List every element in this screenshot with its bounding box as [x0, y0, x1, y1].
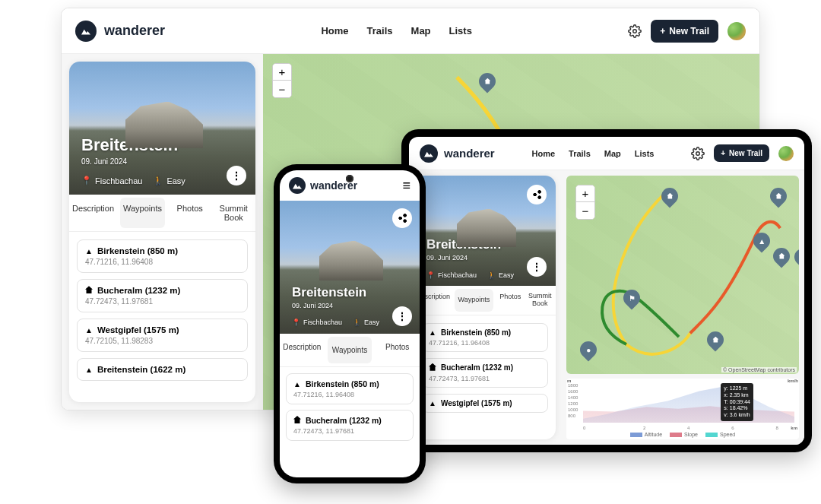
share-button[interactable] — [392, 208, 412, 228]
tablet-screen: wanderer Home Trails Map Lists + New Tra… — [409, 137, 804, 445]
waypoint-item[interactable]: Bucheralm (1232 m) 47.72473, 11.97681 — [286, 410, 414, 441]
chart-xtick: 6 — [731, 426, 734, 430]
waypoint-item[interactable]: Birkenstein (850 m) 47.71216, 11.96408 — [422, 323, 548, 352]
nav-trails[interactable]: Trails — [367, 25, 393, 36]
tab-waypoints[interactable]: Waypoints — [455, 289, 493, 312]
waypoint-item[interactable]: Birkenstein (850 m) 47.71216, 11.96408 — [77, 239, 248, 273]
zoom-out-button[interactable]: − — [273, 81, 291, 97]
header-right: + New Trail — [628, 20, 746, 43]
waypoint-coords: 47.72473, 11.97681 — [293, 427, 406, 435]
waypoint-name: Bucheralm (1232 m) — [441, 363, 513, 372]
trail-tabs: Description Waypoints Photos Summit Book — [414, 286, 556, 315]
map-pin[interactable] — [658, 184, 681, 208]
tab-summit-book[interactable]: Summit Book — [212, 195, 256, 231]
home-pin-icon — [484, 78, 490, 86]
nav-lists[interactable]: Lists — [635, 149, 655, 158]
avatar[interactable] — [778, 146, 794, 161]
tab-waypoints[interactable]: Waypoints — [120, 198, 165, 228]
point-pin-icon — [586, 346, 591, 354]
zoom-out-button[interactable]: − — [576, 202, 594, 219]
more-button[interactable] — [527, 257, 547, 277]
map-pin[interactable] — [620, 286, 643, 309]
nav-trails[interactable]: Trails — [569, 149, 591, 158]
new-trail-button[interactable]: + New Trail — [651, 20, 718, 43]
waypoint-list: Birkenstein (850 m) 47.71216, 11.96408 B… — [280, 367, 420, 447]
tablet-body: Breitenstein 09. Juni 2024 📍Fischbachau … — [409, 170, 804, 445]
chart-altitude-area — [583, 383, 794, 423]
trail-difficulty: Easy — [364, 319, 379, 326]
waypoint-name: Breitenstein (1622 m) — [97, 365, 185, 374]
map-pin[interactable] — [475, 69, 499, 93]
peak-pin-icon — [758, 237, 766, 246]
gear-icon[interactable] — [691, 147, 705, 160]
nav-map[interactable]: Map — [604, 149, 621, 158]
new-trail-button[interactable]: + New Trail — [714, 144, 769, 162]
avatar[interactable] — [727, 22, 746, 40]
trail-location: Fischbachau — [95, 176, 142, 185]
home-icon — [429, 363, 436, 372]
chart-ytick: 1800 — [568, 383, 578, 388]
map-zoom-control: + − — [272, 63, 292, 98]
elevation-chart[interactable]: m km/h 1800 1600 1400 1200 1000 800 y: 1… — [566, 379, 799, 439]
chart-ytick: 1600 — [568, 389, 578, 394]
tablet-header: wanderer Home Trails Map Lists + New Tra… — [409, 137, 804, 170]
tab-description[interactable]: Description — [280, 334, 325, 366]
tab-waypoints[interactable]: Waypoints — [328, 337, 372, 363]
tab-photos[interactable]: Photos — [168, 195, 212, 231]
tab-photos[interactable]: Photos — [375, 334, 420, 366]
plus-icon: + — [721, 149, 725, 157]
zoom-in-button[interactable]: + — [273, 64, 291, 81]
waypoint-name: Westgipfel (1575 m) — [441, 399, 512, 407]
legend-slope: Slope — [684, 432, 698, 437]
waypoint-item[interactable]: Westgipfel (1575 m) 47.72105, 11.98283 — [77, 319, 248, 352]
zoom-in-button[interactable]: + — [576, 185, 594, 202]
waypoint-item[interactable]: Breitenstein (1622 m) — [77, 358, 248, 381]
waypoint-list: Birkenstein (850 m) 47.71216, 11.96408 B… — [69, 232, 255, 388]
trail-title: Breitenstein — [292, 285, 366, 300]
waypoint-coords: 47.72473, 11.97681 — [85, 297, 239, 306]
map-pin[interactable] — [769, 244, 793, 268]
waypoint-item[interactable]: Westgipfel (1575 m) — [422, 394, 548, 413]
waypoint-coords: 47.71216, 11.96408 — [429, 339, 541, 347]
tablet-left-panel: Breitenstein 09. Juni 2024 📍Fischbachau … — [409, 170, 561, 445]
waypoint-item[interactable]: Bucheralm (1232 m) 47.72473, 11.97681 — [422, 358, 548, 388]
trail-location: Fischbachau — [303, 319, 342, 326]
map-pin[interactable] — [703, 328, 727, 351]
legend-speed: Speed — [720, 432, 735, 437]
nav-map[interactable]: Map — [411, 25, 431, 36]
pin-icon: 📍 — [292, 319, 300, 326]
desktop-nav: Home Trails Map Lists — [321, 25, 471, 36]
waypoint-coords: 47.72105, 11.98283 — [85, 337, 239, 345]
menu-icon[interactable] — [402, 178, 410, 194]
map-pin[interactable] — [766, 184, 790, 208]
waypoint-item[interactable]: Bucheralm (1232 m) 47.72473, 11.97681 — [77, 279, 248, 312]
nav-home[interactable]: Home — [321, 25, 348, 36]
trail-hero-image: Breitenstein 09. Juni 2024 📍Fischbachau … — [69, 62, 255, 195]
chart-legend: Altitude Slope Speed — [566, 432, 799, 437]
tab-summit-book[interactable]: Summit Book — [525, 286, 556, 315]
nav-lists[interactable]: Lists — [449, 25, 472, 36]
app-logo-icon — [75, 21, 97, 42]
share-button[interactable] — [527, 185, 547, 204]
app-brand: wanderer — [104, 23, 165, 39]
tablet-map[interactable]: + − © OpenStreetMap contributors — [566, 176, 799, 374]
map-pin[interactable] — [791, 245, 799, 268]
more-button[interactable] — [392, 306, 412, 326]
map-pin[interactable] — [576, 338, 600, 361]
gear-icon[interactable] — [628, 24, 642, 38]
waypoint-name: Bucheralm (1232 m) — [97, 286, 180, 295]
waypoint-item[interactable]: Birkenstein (850 m) 47.71216, 11.96408 — [286, 373, 414, 404]
peak-icon — [293, 379, 301, 388]
tab-description[interactable]: Description — [69, 195, 117, 231]
legend-swatch-slope — [670, 433, 682, 437]
svg-point-1 — [696, 151, 700, 155]
map-pin[interactable] — [750, 229, 773, 252]
nav-home[interactable]: Home — [531, 149, 555, 158]
new-trail-label: New Trail — [669, 26, 709, 36]
peak-icon — [85, 365, 93, 374]
trail-hero-image: Breitenstein 09. Juni 2024 📍Fischbachau … — [280, 201, 420, 334]
app-logo-icon — [289, 177, 306, 194]
more-button[interactable] — [227, 166, 246, 185]
app-brand: wanderer — [444, 147, 495, 160]
tab-photos[interactable]: Photos — [496, 286, 525, 315]
